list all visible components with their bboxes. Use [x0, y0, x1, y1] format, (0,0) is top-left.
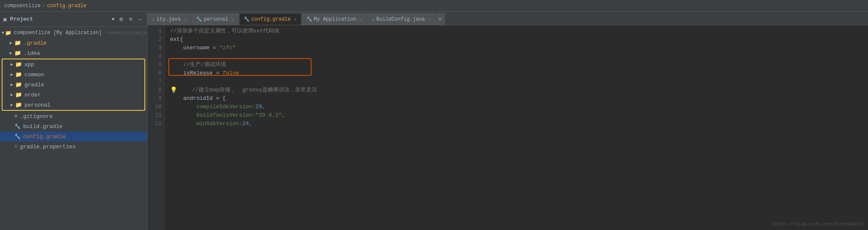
sidebar-minus-icon[interactable]: —	[137, 15, 144, 24]
code-line-2: ext{	[170, 35, 863, 44]
sidebar-actions: ⚙ ≡ —	[118, 15, 144, 24]
sidebar-dropdown[interactable]: ▼	[112, 17, 114, 22]
code-line-10-text: compileSdkVersion:	[170, 103, 256, 111]
code-area[interactable]: //添加多个自定义属性，可以使用ext代码块 ext{ username = "…	[165, 25, 868, 230]
line-num-1: 1	[147, 27, 162, 35]
code-line-10: compileSdkVersion:29,	[170, 103, 863, 111]
line-num-3: 3	[147, 44, 162, 52]
tab-activity-java-label: ity.java	[157, 16, 181, 22]
order-label: order	[24, 92, 41, 98]
sidebar-item-gradle-properties[interactable]: ▶ ≡ gradle.properties	[0, 142, 147, 152]
sidebar-layout-icon[interactable]: ≡	[127, 15, 134, 24]
chevron-right-icon: ▶	[8, 51, 13, 56]
tab-config-gradle-close[interactable]: ✕	[294, 17, 297, 22]
editor-area[interactable]: 1 2 3 4 5 6 7 8 9 10 11 12	[147, 25, 868, 230]
gradle-active-tab-icon: 🔧	[244, 16, 250, 22]
folder-personal-icon: 📁	[15, 102, 22, 108]
chevron-right-icon: ▶	[8, 40, 13, 45]
tab-my-application-close[interactable]: ✕	[359, 17, 362, 22]
tab-activity-java-close[interactable]: ✕	[184, 17, 186, 22]
build-gradle-label: build.gradle	[23, 123, 63, 130]
line-num-2: 2	[147, 35, 162, 44]
code-line-4-text	[170, 52, 173, 61]
breadcrumb-separator: ›	[42, 3, 45, 9]
common-label: common	[24, 72, 44, 78]
right-panel: ☕ ity.java ✕ 🔧 personal ✕ 🔧 config.gradl…	[147, 12, 868, 230]
code-line-3-b: "zfc"	[219, 44, 236, 52]
sidebar-item-config-gradle[interactable]: ▶ 🔧 config.gradle	[0, 131, 147, 142]
line-numbers: 1 2 3 4 5 6 7 8 9 10 11 12	[147, 25, 165, 230]
code-line-11-str: "29.0.2"	[256, 111, 282, 120]
code-line-9-text: androidId = [	[170, 94, 226, 103]
sidebar-item-order[interactable]: ▶ 📁 order	[3, 90, 144, 100]
sidebar-title: Project	[10, 16, 108, 22]
folder-common-icon: 📁	[15, 71, 22, 78]
gradle-config-icon: 🔧	[14, 134, 21, 140]
line-num-10: 10	[147, 103, 162, 111]
code-line-7-text	[170, 78, 173, 86]
root-label: compoentlize [My Application] ~/android/…	[14, 30, 147, 36]
tab-activity-java[interactable]: ☕ ity.java ✕	[147, 13, 191, 25]
sidebar-item-gradle[interactable]: ▶ 📁 gradle	[3, 80, 144, 90]
code-line-1: //添加多个自定义属性，可以使用ext代码块	[170, 27, 863, 35]
tab-my-application-label: My Application	[314, 16, 357, 22]
line-num-9: 9	[147, 94, 162, 103]
tab-personal[interactable]: 🔧 personal ✕	[192, 13, 239, 25]
sidebar-item-personal[interactable]: ▶ 📁 personal	[3, 100, 144, 110]
sidebar-tree: ▼ 📁 compoentlize [My Application] ~/andr…	[0, 27, 147, 230]
line-num-7: 7	[147, 78, 162, 86]
code-line-2-text: ext{	[170, 35, 183, 44]
sidebar-item-gitignore[interactable]: ▶ ≡ .gitignore	[0, 111, 147, 121]
sidebar-item-common[interactable]: ▶ 📁 common	[3, 70, 144, 80]
gradle-properties-label: gradle.properties	[20, 144, 76, 150]
code-line-11: buildToolsVersion:"29.0.2",	[170, 111, 863, 120]
sidebar-item-dotgradle[interactable]: ▶ 📁 .gradle	[0, 38, 147, 48]
code-line-1-text: //添加多个自定义属性，可以使用ext代码块	[170, 27, 280, 35]
code-line-5-text: //生产/测试环境	[170, 61, 226, 69]
idea-label: .idea	[24, 50, 40, 56]
tab-config-gradle-label: config.gradle	[251, 16, 291, 22]
config-gradle-label: config.gradle	[23, 134, 66, 140]
java-tab-icon: ☕	[152, 16, 155, 22]
yellow-box-group: ▶ 📁 app ▶ 📁 common ▶ 📁 gradle	[2, 59, 145, 111]
tab-buildconfig-java[interactable]: ☕ BuildConfig.java ✕	[367, 13, 435, 25]
code-line-5: //生产/测试环境	[170, 61, 863, 69]
tab-my-application[interactable]: 🔧 My Application ✕	[302, 13, 367, 25]
sidebar-item-build-gradle[interactable]: ▶ 🔧 build.gradle	[0, 121, 147, 131]
more-tabs-icon: »	[439, 16, 442, 22]
tab-buildconfig-java-close[interactable]: ✕	[428, 17, 431, 22]
line-num-11: 11	[147, 111, 162, 120]
chevron-right-icon: ▶	[9, 62, 14, 67]
line-num-5: 5	[147, 61, 162, 69]
code-line-6-b: false	[223, 69, 239, 78]
code-line-9: androidId = [	[170, 94, 863, 103]
chevron-right-icon: ▶	[9, 92, 14, 97]
root-folder-icon: 📁	[5, 30, 11, 36]
line-num-4: 4	[147, 52, 162, 61]
editor-content: 1 2 3 4 5 6 7 8 9 10 11 12	[147, 25, 868, 230]
sidebar-item-idea[interactable]: ▶ 📁 .idea	[0, 48, 147, 58]
folder-order-icon: 📁	[15, 91, 22, 98]
folder-icon: ▣	[3, 16, 7, 23]
line-num-8: 8	[147, 86, 162, 94]
folder-icon: 📁	[14, 50, 21, 56]
git-file-icon: ≡	[14, 113, 17, 119]
tab-personal-close[interactable]: ✕	[232, 17, 234, 22]
breadcrumb-active-file: config.gradle	[47, 3, 87, 9]
code-line-11-text: buildToolsVersion:	[170, 111, 256, 120]
tree-root[interactable]: ▼ 📁 compoentlize [My Application] ~/andr…	[0, 28, 147, 38]
bulb-icon: 💡	[170, 86, 177, 94]
folder-orange-icon: 📁	[14, 40, 21, 46]
tab-config-gradle[interactable]: 🔧 config.gradle ✕	[239, 13, 301, 25]
tab-more[interactable]: »	[436, 13, 445, 25]
code-line-12-comma: ,	[249, 120, 252, 128]
code-line-6: isRelease = false	[170, 69, 863, 78]
sidebar-settings-icon[interactable]: ⚙	[118, 15, 125, 24]
chevron-right-icon: ▶	[9, 102, 14, 107]
app-label: app	[24, 62, 34, 68]
code-line-12-text: minSdkVersion:	[170, 120, 242, 128]
code-line-7	[170, 78, 863, 86]
code-line-6-a: isRelease =	[170, 69, 223, 78]
sidebar-item-app[interactable]: ▶ 📁 app	[3, 59, 144, 70]
dotgradle-label: .gradle	[24, 40, 47, 46]
